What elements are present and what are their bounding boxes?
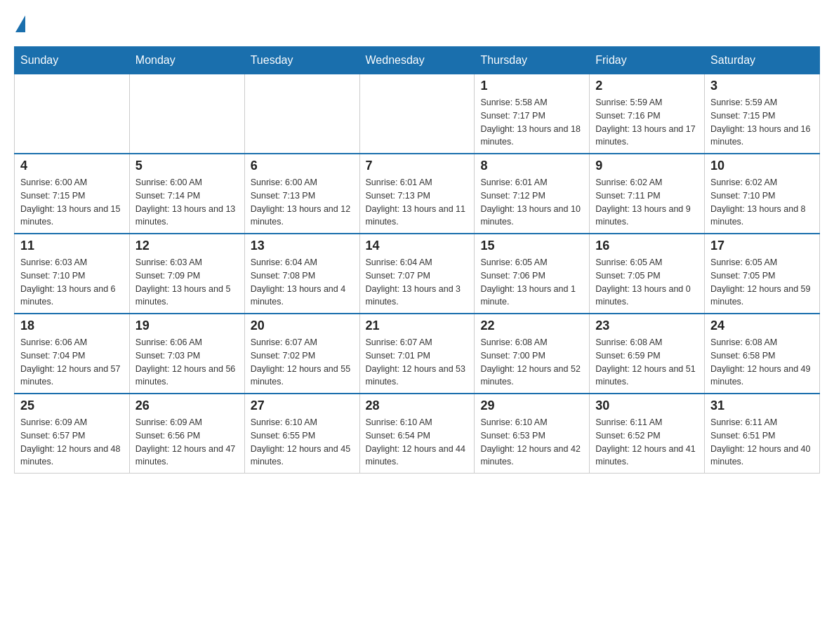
calendar-header-row: SundayMondayTuesdayWednesdayThursdayFrid… <box>15 47 820 74</box>
day-number: 6 <box>251 159 354 173</box>
day-info: Sunrise: 6:09 AM Sunset: 6:56 PM Dayligh… <box>135 416 239 469</box>
calendar-cell <box>129 74 244 154</box>
column-header-tuesday: Tuesday <box>244 47 359 74</box>
column-header-sunday: Sunday <box>15 47 130 74</box>
day-number: 14 <box>366 239 469 253</box>
day-info: Sunrise: 5:59 AM Sunset: 7:16 PM Dayligh… <box>595 96 699 149</box>
day-info: Sunrise: 6:09 AM Sunset: 6:57 PM Dayligh… <box>20 416 124 469</box>
calendar-cell: 15Sunrise: 6:05 AM Sunset: 7:06 PM Dayli… <box>475 234 590 314</box>
day-number: 21 <box>366 318 469 333</box>
logo <box>14 14 25 32</box>
calendar-cell: 22Sunrise: 6:08 AM Sunset: 7:00 PM Dayli… <box>475 314 590 394</box>
calendar-week-4: 18Sunrise: 6:06 AM Sunset: 7:04 PM Dayli… <box>15 314 820 394</box>
calendar-cell: 8Sunrise: 6:01 AM Sunset: 7:12 PM Daylig… <box>475 154 590 234</box>
day-info: Sunrise: 6:05 AM Sunset: 7:05 PM Dayligh… <box>710 256 814 309</box>
day-number: 15 <box>480 239 583 253</box>
day-number: 31 <box>710 398 814 413</box>
day-number: 23 <box>595 318 699 333</box>
day-info: Sunrise: 6:03 AM Sunset: 7:09 PM Dayligh… <box>135 256 239 309</box>
day-info: Sunrise: 6:00 AM Sunset: 7:13 PM Dayligh… <box>251 176 354 229</box>
logo-triangle-icon <box>15 15 25 32</box>
calendar-cell: 6Sunrise: 6:00 AM Sunset: 7:13 PM Daylig… <box>244 154 359 234</box>
column-header-saturday: Saturday <box>705 47 820 74</box>
column-header-friday: Friday <box>590 47 705 74</box>
day-number: 18 <box>20 318 124 333</box>
calendar-cell: 4Sunrise: 6:00 AM Sunset: 7:15 PM Daylig… <box>15 154 130 234</box>
day-number: 30 <box>595 398 699 413</box>
day-info: Sunrise: 6:08 AM Sunset: 7:00 PM Dayligh… <box>480 336 583 389</box>
calendar-cell: 10Sunrise: 6:02 AM Sunset: 7:10 PM Dayli… <box>705 154 820 234</box>
calendar-cell: 28Sunrise: 6:10 AM Sunset: 6:54 PM Dayli… <box>359 394 475 474</box>
day-info: Sunrise: 6:06 AM Sunset: 7:04 PM Dayligh… <box>20 336 124 389</box>
calendar-cell: 2Sunrise: 5:59 AM Sunset: 7:16 PM Daylig… <box>590 74 705 154</box>
calendar-cell: 14Sunrise: 6:04 AM Sunset: 7:07 PM Dayli… <box>359 234 475 314</box>
day-info: Sunrise: 6:01 AM Sunset: 7:12 PM Dayligh… <box>480 176 583 229</box>
calendar-cell: 16Sunrise: 6:05 AM Sunset: 7:05 PM Dayli… <box>590 234 705 314</box>
day-info: Sunrise: 6:05 AM Sunset: 7:05 PM Dayligh… <box>595 256 699 309</box>
day-number: 5 <box>135 159 239 173</box>
calendar-cell: 26Sunrise: 6:09 AM Sunset: 6:56 PM Dayli… <box>129 394 244 474</box>
day-number: 20 <box>251 318 354 333</box>
day-info: Sunrise: 6:04 AM Sunset: 7:08 PM Dayligh… <box>251 256 354 309</box>
day-info: Sunrise: 6:01 AM Sunset: 7:13 PM Dayligh… <box>366 176 469 229</box>
calendar-cell: 23Sunrise: 6:08 AM Sunset: 6:59 PM Dayli… <box>590 314 705 394</box>
day-info: Sunrise: 6:00 AM Sunset: 7:14 PM Dayligh… <box>135 176 239 229</box>
day-number: 9 <box>595 159 699 173</box>
day-number: 19 <box>135 318 239 333</box>
day-number: 24 <box>710 318 814 333</box>
day-info: Sunrise: 6:02 AM Sunset: 7:10 PM Dayligh… <box>710 176 814 229</box>
calendar-cell: 18Sunrise: 6:06 AM Sunset: 7:04 PM Dayli… <box>15 314 130 394</box>
day-info: Sunrise: 6:04 AM Sunset: 7:07 PM Dayligh… <box>366 256 469 309</box>
calendar-table: SundayMondayTuesdayWednesdayThursdayFrid… <box>14 46 820 474</box>
calendar-cell: 12Sunrise: 6:03 AM Sunset: 7:09 PM Dayli… <box>129 234 244 314</box>
day-number: 8 <box>480 159 583 173</box>
day-number: 7 <box>366 159 469 173</box>
day-number: 29 <box>480 398 583 413</box>
calendar-week-3: 11Sunrise: 6:03 AM Sunset: 7:10 PM Dayli… <box>15 234 820 314</box>
calendar-cell: 17Sunrise: 6:05 AM Sunset: 7:05 PM Dayli… <box>705 234 820 314</box>
day-number: 13 <box>251 239 354 253</box>
day-number: 27 <box>251 398 354 413</box>
day-number: 28 <box>366 398 469 413</box>
calendar-week-1: 1Sunrise: 5:58 AM Sunset: 7:17 PM Daylig… <box>15 74 820 154</box>
calendar-cell: 27Sunrise: 6:10 AM Sunset: 6:55 PM Dayli… <box>244 394 359 474</box>
day-number: 2 <box>595 79 699 93</box>
day-number: 4 <box>20 159 124 173</box>
calendar-cell <box>244 74 359 154</box>
day-info: Sunrise: 6:10 AM Sunset: 6:54 PM Dayligh… <box>366 416 469 469</box>
calendar-cell: 30Sunrise: 6:11 AM Sunset: 6:52 PM Dayli… <box>590 394 705 474</box>
day-number: 11 <box>20 239 124 253</box>
column-header-thursday: Thursday <box>475 47 590 74</box>
calendar-cell: 7Sunrise: 6:01 AM Sunset: 7:13 PM Daylig… <box>359 154 475 234</box>
calendar-cell: 20Sunrise: 6:07 AM Sunset: 7:02 PM Dayli… <box>244 314 359 394</box>
calendar-cell: 24Sunrise: 6:08 AM Sunset: 6:58 PM Dayli… <box>705 314 820 394</box>
calendar-cell: 25Sunrise: 6:09 AM Sunset: 6:57 PM Dayli… <box>15 394 130 474</box>
day-info: Sunrise: 6:11 AM Sunset: 6:52 PM Dayligh… <box>595 416 699 469</box>
calendar-cell: 1Sunrise: 5:58 AM Sunset: 7:17 PM Daylig… <box>475 74 590 154</box>
day-info: Sunrise: 6:02 AM Sunset: 7:11 PM Dayligh… <box>595 176 699 229</box>
calendar-week-2: 4Sunrise: 6:00 AM Sunset: 7:15 PM Daylig… <box>15 154 820 234</box>
day-number: 12 <box>135 239 239 253</box>
calendar-cell: 29Sunrise: 6:10 AM Sunset: 6:53 PM Dayli… <box>475 394 590 474</box>
day-info: Sunrise: 6:07 AM Sunset: 7:01 PM Dayligh… <box>366 336 469 389</box>
day-info: Sunrise: 6:05 AM Sunset: 7:06 PM Dayligh… <box>480 256 583 309</box>
calendar-cell: 5Sunrise: 6:00 AM Sunset: 7:14 PM Daylig… <box>129 154 244 234</box>
day-info: Sunrise: 6:10 AM Sunset: 6:53 PM Dayligh… <box>480 416 583 469</box>
day-info: Sunrise: 6:03 AM Sunset: 7:10 PM Dayligh… <box>20 256 124 309</box>
day-info: Sunrise: 5:58 AM Sunset: 7:17 PM Dayligh… <box>480 96 583 149</box>
calendar-cell: 3Sunrise: 5:59 AM Sunset: 7:15 PM Daylig… <box>705 74 820 154</box>
calendar-cell: 21Sunrise: 6:07 AM Sunset: 7:01 PM Dayli… <box>359 314 475 394</box>
day-number: 10 <box>710 159 814 173</box>
calendar-cell: 9Sunrise: 6:02 AM Sunset: 7:11 PM Daylig… <box>590 154 705 234</box>
calendar-cell <box>15 74 130 154</box>
day-number: 1 <box>480 79 583 93</box>
day-info: Sunrise: 6:10 AM Sunset: 6:55 PM Dayligh… <box>251 416 354 469</box>
day-info: Sunrise: 6:00 AM Sunset: 7:15 PM Dayligh… <box>20 176 124 229</box>
day-info: Sunrise: 5:59 AM Sunset: 7:15 PM Dayligh… <box>710 96 814 149</box>
column-header-monday: Monday <box>129 47 244 74</box>
column-header-wednesday: Wednesday <box>359 47 475 74</box>
day-number: 3 <box>710 79 814 93</box>
calendar-cell: 11Sunrise: 6:03 AM Sunset: 7:10 PM Dayli… <box>15 234 130 314</box>
calendar-cell <box>359 74 475 154</box>
day-info: Sunrise: 6:08 AM Sunset: 6:59 PM Dayligh… <box>595 336 699 389</box>
